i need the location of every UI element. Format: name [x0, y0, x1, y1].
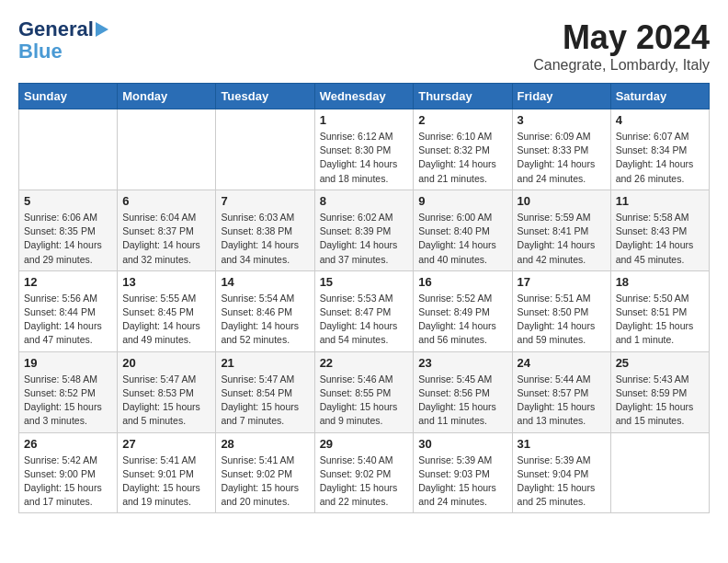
column-header-wednesday: Wednesday: [314, 84, 414, 109]
day-info: Sunrise: 5:42 AM Sunset: 9:00 PM Dayligh…: [24, 454, 112, 510]
logo-arrow-icon: [96, 22, 108, 37]
day-number: 26: [24, 437, 112, 451]
title-area: May 2024 Canegrate, Lombardy, Italy: [533, 18, 710, 74]
calendar-week-row: 5Sunrise: 6:06 AM Sunset: 8:35 PM Daylig…: [19, 190, 710, 270]
day-info: Sunrise: 5:52 AM Sunset: 8:49 PM Dayligh…: [418, 292, 506, 348]
location-subtitle: Canegrate, Lombardy, Italy: [533, 57, 710, 74]
page-header: General Blue May 2024 Canegrate, Lombard…: [18, 18, 710, 74]
day-number: 1: [320, 113, 409, 127]
day-info: Sunrise: 5:44 AM Sunset: 8:57 PM Dayligh…: [518, 373, 606, 429]
day-info: Sunrise: 6:03 AM Sunset: 8:38 PM Dayligh…: [221, 211, 309, 267]
calendar-cell: 9Sunrise: 6:00 AM Sunset: 8:40 PM Daylig…: [414, 190, 512, 270]
calendar-cell: 22Sunrise: 5:46 AM Sunset: 8:55 PM Dayli…: [314, 351, 414, 432]
day-info: Sunrise: 5:40 AM Sunset: 9:02 PM Dayligh…: [320, 454, 409, 510]
day-number: 28: [221, 437, 309, 451]
calendar-cell: 23Sunrise: 5:45 AM Sunset: 8:56 PM Dayli…: [414, 351, 512, 432]
calendar-cell: 12Sunrise: 5:56 AM Sunset: 8:44 PM Dayli…: [19, 270, 118, 351]
day-info: Sunrise: 5:41 AM Sunset: 9:01 PM Dayligh…: [122, 454, 210, 510]
day-number: 3: [518, 113, 606, 127]
calendar-cell: 21Sunrise: 5:47 AM Sunset: 8:54 PM Dayli…: [216, 351, 314, 432]
calendar-cell: 17Sunrise: 5:51 AM Sunset: 8:50 PM Dayli…: [512, 270, 610, 351]
calendar-cell: 10Sunrise: 5:59 AM Sunset: 8:41 PM Dayli…: [512, 190, 610, 270]
calendar-cell: 1Sunrise: 6:12 AM Sunset: 8:30 PM Daylig…: [314, 109, 414, 190]
day-info: Sunrise: 5:58 AM Sunset: 8:43 PM Dayligh…: [616, 211, 704, 267]
day-number: 29: [320, 437, 409, 451]
calendar-cell: 20Sunrise: 5:47 AM Sunset: 8:53 PM Dayli…: [118, 351, 216, 432]
day-info: Sunrise: 6:02 AM Sunset: 8:39 PM Dayligh…: [320, 211, 409, 267]
column-header-sunday: Sunday: [19, 84, 118, 109]
calendar-week-row: 26Sunrise: 5:42 AM Sunset: 9:00 PM Dayli…: [19, 432, 710, 513]
day-info: Sunrise: 5:55 AM Sunset: 8:45 PM Dayligh…: [122, 292, 210, 348]
calendar-cell: 3Sunrise: 6:09 AM Sunset: 8:33 PM Daylig…: [512, 109, 610, 190]
day-info: Sunrise: 5:39 AM Sunset: 9:04 PM Dayligh…: [518, 454, 606, 510]
day-info: Sunrise: 5:48 AM Sunset: 8:52 PM Dayligh…: [24, 373, 112, 429]
day-info: Sunrise: 5:45 AM Sunset: 8:56 PM Dayligh…: [418, 373, 506, 429]
calendar-cell: 6Sunrise: 6:04 AM Sunset: 8:37 PM Daylig…: [118, 190, 216, 270]
day-number: 12: [24, 275, 112, 289]
day-number: 16: [418, 275, 506, 289]
logo-text-blue: Blue: [18, 40, 63, 63]
calendar-header-row: SundayMondayTuesdayWednesdayThursdayFrid…: [19, 84, 710, 109]
calendar-cell: 29Sunrise: 5:40 AM Sunset: 9:02 PM Dayli…: [314, 432, 414, 513]
calendar-cell: 5Sunrise: 6:06 AM Sunset: 8:35 PM Daylig…: [19, 190, 118, 270]
day-info: Sunrise: 5:47 AM Sunset: 8:53 PM Dayligh…: [122, 373, 210, 429]
day-number: 2: [418, 113, 506, 127]
day-number: 8: [320, 194, 409, 208]
calendar-cell: 14Sunrise: 5:54 AM Sunset: 8:46 PM Dayli…: [216, 270, 314, 351]
column-header-saturday: Saturday: [610, 84, 709, 109]
logo: General Blue: [18, 18, 108, 63]
day-number: 30: [418, 437, 506, 451]
column-header-thursday: Thursday: [414, 84, 512, 109]
day-info: Sunrise: 5:54 AM Sunset: 8:46 PM Dayligh…: [221, 292, 309, 348]
calendar-cell: 25Sunrise: 5:43 AM Sunset: 8:59 PM Dayli…: [610, 351, 709, 432]
calendar-cell: 2Sunrise: 6:10 AM Sunset: 8:32 PM Daylig…: [414, 109, 512, 190]
day-info: Sunrise: 5:51 AM Sunset: 8:50 PM Dayligh…: [518, 292, 606, 348]
day-number: 13: [122, 275, 210, 289]
day-info: Sunrise: 6:04 AM Sunset: 8:37 PM Dayligh…: [122, 211, 210, 267]
day-number: 17: [518, 275, 606, 289]
day-info: Sunrise: 6:00 AM Sunset: 8:40 PM Dayligh…: [418, 211, 506, 267]
calendar-week-row: 12Sunrise: 5:56 AM Sunset: 8:44 PM Dayli…: [19, 270, 710, 351]
logo-text-general: General: [18, 18, 94, 40]
calendar-cell: 13Sunrise: 5:55 AM Sunset: 8:45 PM Dayli…: [118, 270, 216, 351]
calendar-cell: [216, 109, 314, 190]
calendar-cell: 31Sunrise: 5:39 AM Sunset: 9:04 PM Dayli…: [512, 432, 610, 513]
day-info: Sunrise: 6:10 AM Sunset: 8:32 PM Dayligh…: [418, 130, 506, 186]
day-info: Sunrise: 6:12 AM Sunset: 8:30 PM Dayligh…: [320, 130, 409, 186]
day-number: 19: [24, 356, 112, 370]
calendar-cell: 16Sunrise: 5:52 AM Sunset: 8:49 PM Dayli…: [414, 270, 512, 351]
calendar-cell: 19Sunrise: 5:48 AM Sunset: 8:52 PM Dayli…: [19, 351, 118, 432]
calendar-cell: 18Sunrise: 5:50 AM Sunset: 8:51 PM Dayli…: [610, 270, 709, 351]
day-number: 25: [616, 356, 704, 370]
calendar-cell: 30Sunrise: 5:39 AM Sunset: 9:03 PM Dayli…: [414, 432, 512, 513]
day-info: Sunrise: 5:43 AM Sunset: 8:59 PM Dayligh…: [616, 373, 704, 429]
day-number: 7: [221, 194, 309, 208]
calendar-cell: [19, 109, 118, 190]
calendar-cell: [610, 432, 709, 513]
day-number: 14: [221, 275, 309, 289]
day-number: 9: [418, 194, 506, 208]
day-number: 18: [616, 275, 704, 289]
day-number: 5: [24, 194, 112, 208]
month-title: May 2024: [533, 18, 710, 57]
day-number: 24: [518, 356, 606, 370]
calendar-cell: 15Sunrise: 5:53 AM Sunset: 8:47 PM Dayli…: [314, 270, 414, 351]
day-number: 27: [122, 437, 210, 451]
day-number: 4: [616, 113, 704, 127]
day-info: Sunrise: 6:09 AM Sunset: 8:33 PM Dayligh…: [518, 130, 606, 186]
day-number: 6: [122, 194, 210, 208]
calendar-cell: 7Sunrise: 6:03 AM Sunset: 8:38 PM Daylig…: [216, 190, 314, 270]
day-number: 22: [320, 356, 409, 370]
day-info: Sunrise: 5:50 AM Sunset: 8:51 PM Dayligh…: [616, 292, 704, 348]
column-header-friday: Friday: [512, 84, 610, 109]
calendar-table: SundayMondayTuesdayWednesdayThursdayFrid…: [18, 83, 710, 513]
calendar-week-row: 1Sunrise: 6:12 AM Sunset: 8:30 PM Daylig…: [19, 109, 710, 190]
day-info: Sunrise: 5:47 AM Sunset: 8:54 PM Dayligh…: [221, 373, 309, 429]
day-info: Sunrise: 5:46 AM Sunset: 8:55 PM Dayligh…: [320, 373, 409, 429]
calendar-cell: 28Sunrise: 5:41 AM Sunset: 9:02 PM Dayli…: [216, 432, 314, 513]
calendar-cell: 8Sunrise: 6:02 AM Sunset: 8:39 PM Daylig…: [314, 190, 414, 270]
calendar-cell: 24Sunrise: 5:44 AM Sunset: 8:57 PM Dayli…: [512, 351, 610, 432]
calendar-cell: 27Sunrise: 5:41 AM Sunset: 9:01 PM Dayli…: [118, 432, 216, 513]
day-info: Sunrise: 5:39 AM Sunset: 9:03 PM Dayligh…: [418, 454, 506, 510]
day-info: Sunrise: 5:59 AM Sunset: 8:41 PM Dayligh…: [518, 211, 606, 267]
